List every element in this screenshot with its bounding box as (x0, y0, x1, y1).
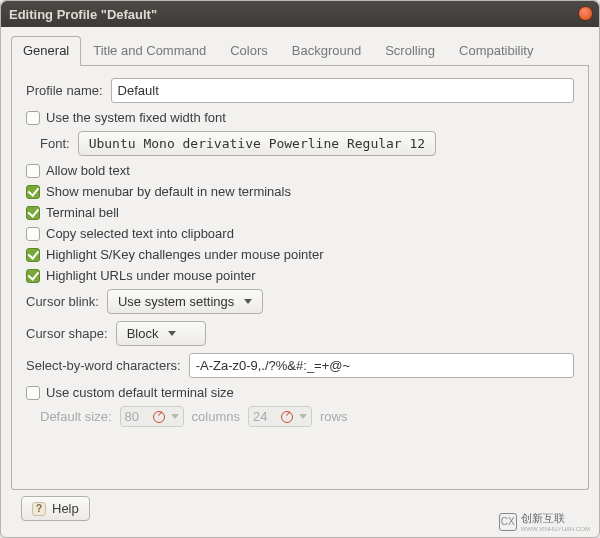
cursor-blink-combo[interactable]: Use system settings (107, 289, 263, 314)
select-by-word-input[interactable] (189, 353, 574, 378)
rows-value: 24 (253, 409, 275, 424)
content-area: General Title and Command Colors Backgro… (1, 27, 599, 537)
window: Editing Profile "Default" General Title … (0, 0, 600, 538)
font-label: Font: (40, 136, 70, 151)
font-chooser-button[interactable]: Ubuntu Mono derivative Powerline Regular… (78, 131, 437, 156)
copy-selected-label: Copy selected text into clipboard (46, 226, 234, 241)
columns-unit: columns (192, 409, 240, 424)
select-by-word-label: Select-by-word characters: (26, 358, 181, 373)
tab-background[interactable]: Background (280, 36, 373, 66)
use-custom-size-label: Use custom default terminal size (46, 385, 234, 400)
terminal-bell-checkbox[interactable] (26, 206, 40, 220)
chevron-down-icon (244, 299, 252, 304)
allow-bold-label: Allow bold text (46, 163, 130, 178)
cursor-shape-label: Cursor shape: (26, 326, 108, 341)
terminal-bell-label: Terminal bell (46, 205, 119, 220)
allow-bold-checkbox[interactable] (26, 164, 40, 178)
cursor-blink-label: Cursor blink: (26, 294, 99, 309)
general-panel: Profile name: Use the system fixed width… (11, 66, 589, 490)
rows-unit: rows (320, 409, 347, 424)
highlight-urls-checkbox[interactable] (26, 269, 40, 283)
show-menubar-label: Show menubar by default in new terminals (46, 184, 291, 199)
titlebar[interactable]: Editing Profile "Default" (1, 1, 599, 27)
help-icon: ? (32, 502, 46, 516)
profile-name-label: Profile name: (26, 83, 103, 98)
cursor-blink-value: Use system settings (118, 294, 234, 309)
chevron-down-icon (171, 414, 179, 419)
show-menubar-checkbox[interactable] (26, 185, 40, 199)
cursor-shape-value: Block (127, 326, 159, 341)
profile-name-input[interactable] (111, 78, 574, 103)
cursor-shape-combo[interactable]: Block (116, 321, 206, 346)
default-size-label: Default size: (40, 409, 112, 424)
rows-spinner: 24 (248, 406, 312, 427)
tab-colors[interactable]: Colors (218, 36, 280, 66)
columns-spinner: 80 (120, 406, 184, 427)
window-title: Editing Profile "Default" (9, 7, 157, 22)
tab-scrolling[interactable]: Scrolling (373, 36, 447, 66)
tab-bar: General Title and Command Colors Backgro… (11, 35, 589, 66)
chevron-down-icon (299, 414, 307, 419)
tab-title-command[interactable]: Title and Command (81, 36, 218, 66)
help-button[interactable]: ? Help (21, 496, 90, 521)
copy-selected-checkbox[interactable] (26, 227, 40, 241)
use-system-font-checkbox[interactable] (26, 111, 40, 125)
no-entry-icon (153, 411, 165, 423)
chevron-down-icon (168, 331, 176, 336)
help-label: Help (52, 501, 79, 516)
no-entry-icon (281, 411, 293, 423)
tab-general[interactable]: General (11, 36, 81, 66)
use-system-font-label: Use the system fixed width font (46, 110, 226, 125)
close-icon[interactable] (578, 6, 593, 21)
highlight-skey-label: Highlight S/Key challenges under mouse p… (46, 247, 324, 262)
footer: ? Help (11, 490, 589, 529)
font-value: Ubuntu Mono derivative Powerline Regular… (89, 136, 426, 151)
highlight-urls-label: Highlight URLs under mouse pointer (46, 268, 256, 283)
tab-compatibility[interactable]: Compatibility (447, 36, 545, 66)
columns-value: 80 (125, 409, 147, 424)
highlight-skey-checkbox[interactable] (26, 248, 40, 262)
use-custom-size-checkbox[interactable] (26, 386, 40, 400)
